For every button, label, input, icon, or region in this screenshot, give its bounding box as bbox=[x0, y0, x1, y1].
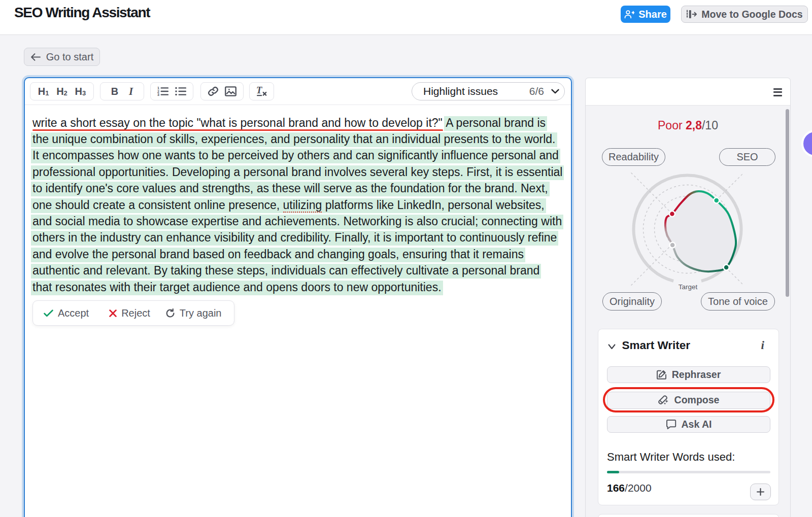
svg-text:T: T bbox=[256, 86, 262, 95]
svg-text:3: 3 bbox=[157, 93, 159, 96]
